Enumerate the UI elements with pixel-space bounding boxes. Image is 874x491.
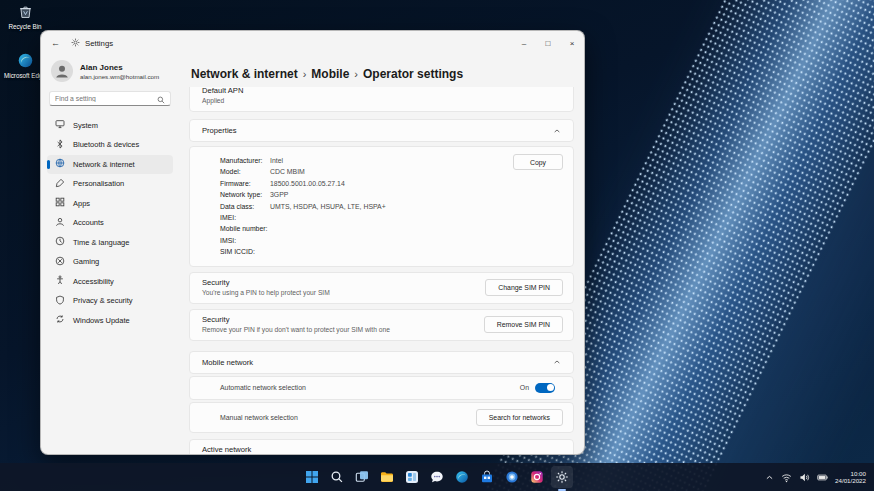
property-row: Data class: UMTS, HSDPA, HSUPA, LTE, HSP… — [220, 201, 561, 212]
tray-time: 10:00 — [835, 470, 866, 478]
property-row: Model: CDC MBIM — [220, 166, 561, 177]
sidebar-item-accounts[interactable]: Accounts — [47, 214, 173, 233]
search-box — [49, 91, 171, 106]
breadcrumb-operator-settings: Operator settings — [363, 67, 463, 81]
mobile-network-header: Mobile network — [202, 358, 253, 367]
system-tray: 10:00 24/01/2022 — [765, 463, 866, 491]
close-button[interactable]: × — [560, 31, 584, 55]
sidebar-item-label: Privacy & security — [73, 296, 133, 305]
search-input[interactable] — [55, 95, 153, 102]
taskbar-center — [301, 463, 573, 491]
search-for-networks-button[interactable]: Search for networks — [476, 409, 563, 426]
personalisation-icon — [55, 178, 65, 190]
settings-main: Network & internet › Mobile › Operator s… — [179, 55, 584, 454]
sidebar-item-label: Bluetooth & devices — [73, 140, 139, 149]
maximize-button[interactable]: □ — [536, 31, 560, 55]
clock[interactable]: 10:00 24/01/2022 — [835, 470, 866, 485]
sidebar-item-label: Network & internet — [73, 160, 135, 169]
store-icon[interactable] — [476, 466, 498, 488]
sidebar-item-apps[interactable]: Apps — [47, 194, 173, 213]
avatar — [51, 60, 73, 82]
profile-email: alan.jones.wm@hotmail.com — [80, 73, 159, 80]
sidebar-item-personalisation[interactable]: Personalisation — [47, 175, 173, 194]
accessibility-icon — [55, 275, 65, 287]
tray-date: 24/01/2022 — [835, 477, 866, 485]
sidebar-item-bluetooth-devices[interactable]: Bluetooth & devices — [47, 136, 173, 155]
active-network-title: Active network — [202, 445, 561, 454]
sidebar-item-windows-update[interactable]: Windows Update — [47, 311, 173, 330]
back-button[interactable]: ← — [51, 38, 67, 48]
wifi-icon[interactable] — [781, 472, 792, 483]
default-apn-title: Default APN — [202, 87, 561, 95]
property-row: Manufacturer: Intel — [220, 155, 561, 166]
window-title: Settings — [85, 39, 113, 48]
sidebar-item-label: Time & language — [73, 238, 129, 247]
properties-card: Copy Manufacturer: Intel Model: CDC MBIM… — [189, 146, 574, 267]
sidebar-item-system[interactable]: System — [47, 116, 173, 135]
chat-icon[interactable] — [426, 466, 448, 488]
profile-name: Alan Jones — [80, 63, 159, 72]
clock-icon — [55, 236, 65, 248]
window-titlebar: ← Settings – □ × — [41, 31, 584, 55]
breadcrumb-mobile[interactable]: Mobile — [311, 67, 349, 81]
window-controls: – □ × — [512, 31, 584, 55]
property-row: Network type: 3GPP — [220, 189, 561, 200]
breadcrumb: Network & internet › Mobile › Operator s… — [179, 55, 584, 87]
property-row: Firmware: 18500.5001.00.05.27.14 — [220, 178, 561, 189]
instagram-icon[interactable] — [526, 466, 548, 488]
edge-icon — [17, 52, 34, 70]
settings-gear-icon — [71, 38, 80, 49]
start-button[interactable] — [301, 466, 323, 488]
properties-header: Properties — [202, 126, 237, 135]
search-taskbar-icon[interactable] — [326, 466, 348, 488]
recycle-bin-icon — [17, 3, 34, 21]
desktop-icon-label: Recycle Bin — [8, 23, 41, 30]
settings-content: Default APN Applied Properties Copy Manu… — [179, 87, 584, 454]
breadcrumb-network-internet[interactable]: Network & internet — [191, 67, 298, 81]
chevron-up-icon[interactable] — [553, 358, 561, 366]
sidebar-item-accessibility[interactable]: Accessibility — [47, 272, 173, 291]
properties-expander[interactable]: Properties — [189, 119, 574, 142]
recycle-bin-shortcut[interactable]: Recycle Bin — [1, 3, 49, 30]
settings-taskbar-icon[interactable] — [551, 466, 573, 488]
file-explorer-icon[interactable] — [376, 466, 398, 488]
task-view-icon[interactable] — [351, 466, 373, 488]
window-title-group: Settings — [71, 38, 113, 49]
security-change-card: Security You're using a PIN to help prot… — [189, 272, 574, 304]
active-network-card: Active network Mobile turned off — [189, 439, 574, 454]
manual-network-label: Manual network selection — [220, 414, 298, 421]
system-icon — [55, 119, 65, 131]
automatic-network-toggle-group: On — [520, 383, 555, 393]
automatic-network-toggle[interactable] — [535, 383, 555, 393]
edge-taskbar-icon[interactable] — [451, 466, 473, 488]
battery-icon[interactable] — [817, 472, 828, 483]
property-row: Mobile number: — [220, 223, 561, 234]
hidden-icons-chevron[interactable] — [765, 473, 774, 482]
change-sim-pin-button[interactable]: Change SIM PIN — [485, 279, 563, 296]
default-apn-status: Applied — [202, 97, 561, 105]
copy-button[interactable]: Copy — [513, 154, 563, 170]
sidebar-item-gaming[interactable]: Gaming — [47, 253, 173, 272]
volume-icon[interactable] — [799, 472, 810, 483]
desktop: Recycle Bin Microsoft Edge ← Settings – … — [0, 0, 874, 491]
automatic-network-row: Automatic network selection On — [189, 376, 574, 400]
shield-icon — [55, 295, 65, 307]
settings-window: ← Settings – □ × Al — [40, 30, 585, 455]
minimize-button[interactable]: – — [512, 31, 536, 55]
apps-icon — [55, 197, 65, 209]
sidebar-item-label: Gaming — [73, 257, 99, 266]
widgets-icon[interactable] — [401, 466, 423, 488]
settings-sidebar: Alan Jones alan.jones.wm@hotmail.com Sys… — [41, 55, 179, 454]
user-profile[interactable]: Alan Jones alan.jones.wm@hotmail.com — [47, 55, 173, 90]
sidebar-item-time-language[interactable]: Time & language — [47, 233, 173, 252]
photos-icon[interactable] — [501, 466, 523, 488]
sidebar-item-privacy-security[interactable]: Privacy & security — [47, 292, 173, 311]
mobile-network-expander[interactable]: Mobile network — [189, 351, 574, 374]
security-subtitle: You're using a PIN to help protect your … — [202, 289, 330, 297]
sidebar-item-network-internet[interactable]: Network & internet — [47, 155, 173, 174]
taskbar: 10:00 24/01/2022 — [0, 463, 874, 491]
update-icon — [55, 314, 65, 326]
accounts-icon — [55, 217, 65, 229]
chevron-up-icon[interactable] — [553, 127, 561, 135]
remove-sim-pin-button[interactable]: Remove SIM PIN — [484, 316, 563, 333]
